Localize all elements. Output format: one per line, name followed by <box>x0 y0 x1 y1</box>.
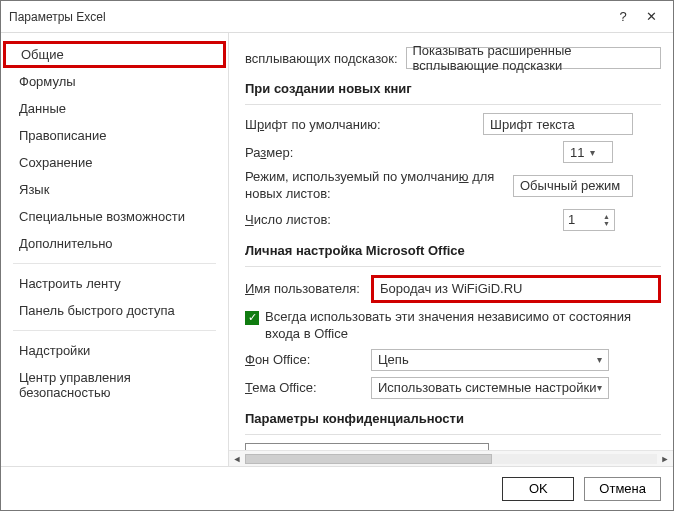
sidebar-item-formulas[interactable]: Формулы <box>1 68 228 95</box>
always-use-label: Всегда использовать эти значения независ… <box>265 309 661 343</box>
help-icon[interactable]: ? <box>609 9 637 24</box>
default-font-row: Шрифт по умолчанию: Шрифт текста <box>245 113 661 135</box>
sidebar-separator <box>13 330 216 331</box>
sidebar-item-data[interactable]: Данные <box>1 95 228 122</box>
window-title: Параметры Excel <box>9 10 609 24</box>
office-theme-row: Тема Office: Использовать системные наст… <box>245 377 661 399</box>
chevron-down-icon: ▾ <box>597 354 602 365</box>
sidebar-item-customize-ribbon[interactable]: Настроить ленту <box>1 270 228 297</box>
sidebar-item-general[interactable]: Общие <box>3 41 226 68</box>
sheet-count-label: Число листов: <box>245 212 555 227</box>
sidebar-separator <box>13 263 216 264</box>
content-scroll[interactable]: всплывающих подсказок: Показывать расшир… <box>229 33 673 450</box>
always-use-checkbox[interactable]: ✓ Всегда использовать эти значения незав… <box>245 309 661 343</box>
close-icon[interactable]: ✕ <box>637 9 665 24</box>
username-row: Имя пользователя: Бородач из WiFiGiD.RU <box>245 275 661 303</box>
office-background-label: Фон Office: <box>245 352 363 367</box>
category-sidebar: Общие Формулы Данные Правописание Сохран… <box>1 33 229 466</box>
sidebar-item-advanced[interactable]: Дополнительно <box>1 230 228 257</box>
default-view-select[interactable]: Обычный режим <box>513 175 633 197</box>
font-size-row: Размер: 11▾ <box>245 141 661 163</box>
office-background-select[interactable]: Цепь▾ <box>371 349 609 371</box>
scroll-right-icon[interactable]: ► <box>657 454 673 464</box>
ok-button[interactable]: OK <box>502 477 574 501</box>
privacy-button-row: Параметры конфиденциальности... <box>245 443 661 450</box>
sidebar-item-addins[interactable]: Надстройки <box>1 337 228 364</box>
scroll-left-icon[interactable]: ◄ <box>229 454 245 464</box>
office-background-row: Фон Office: Цепь▾ <box>245 349 661 371</box>
font-size-label: Размер: <box>245 145 555 160</box>
font-size-select[interactable]: 11▾ <box>563 141 613 163</box>
tooltip-style-select[interactable]: Показывать расширенные всплывающие подск… <box>406 47 661 69</box>
dialog-footer: OK Отмена <box>1 466 673 510</box>
titlebar: Параметры Excel ? ✕ <box>1 1 673 33</box>
scrollbar-track[interactable] <box>245 454 657 464</box>
sheet-count-spinner[interactable]: 1 ▲▼ <box>563 209 615 231</box>
username-input[interactable]: Бородач из WiFiGiD.RU <box>371 275 661 303</box>
divider <box>245 104 661 105</box>
sidebar-item-trust-center[interactable]: Центр управления безопасностью <box>1 364 228 406</box>
spinner-arrows-icon[interactable]: ▲▼ <box>603 213 610 227</box>
sidebar-item-save[interactable]: Сохранение <box>1 149 228 176</box>
tooltip-style-label: всплывающих подсказок: <box>245 51 398 66</box>
sheet-count-row: Число листов: 1 ▲▼ <box>245 209 661 231</box>
office-theme-select[interactable]: Использовать системные настройки▾ <box>371 377 609 399</box>
divider <box>245 266 661 267</box>
sidebar-item-language[interactable]: Язык <box>1 176 228 203</box>
tooltip-style-row: всплывающих подсказок: Показывать расшир… <box>245 47 661 69</box>
scrollbar-thumb[interactable] <box>245 454 492 464</box>
checkbox-icon: ✓ <box>245 311 259 325</box>
privacy-settings-button[interactable]: Параметры конфиденциальности... <box>245 443 489 450</box>
content-pane: всплывающих подсказок: Показывать расшир… <box>229 33 673 466</box>
sidebar-item-accessibility[interactable]: Специальные возможности <box>1 203 228 230</box>
default-font-select[interactable]: Шрифт текста <box>483 113 633 135</box>
default-font-label: Шрифт по умолчанию: <box>245 117 475 132</box>
options-dialog: Параметры Excel ? ✕ Общие Формулы Данные… <box>0 0 674 511</box>
username-label: Имя пользователя: <box>245 281 363 296</box>
chevron-down-icon: ▾ <box>597 382 602 393</box>
default-view-row: Режим, используемый по умолчанию для нов… <box>245 169 661 203</box>
cancel-button[interactable]: Отмена <box>584 477 661 501</box>
section-privacy: Параметры конфиденциальности <box>245 411 661 426</box>
default-view-label: Режим, используемый по умолчанию для нов… <box>245 169 505 203</box>
sidebar-item-quick-access[interactable]: Панель быстрого доступа <box>1 297 228 324</box>
section-personalize: Личная настройка Microsoft Office <box>245 243 661 258</box>
horizontal-scrollbar[interactable]: ◄ ► <box>229 450 673 466</box>
chevron-down-icon: ▾ <box>590 147 595 158</box>
sidebar-item-proofing[interactable]: Правописание <box>1 122 228 149</box>
divider <box>245 434 661 435</box>
section-new-workbook: При создании новых книг <box>245 81 661 96</box>
office-theme-label: Тема Office: <box>245 380 363 395</box>
